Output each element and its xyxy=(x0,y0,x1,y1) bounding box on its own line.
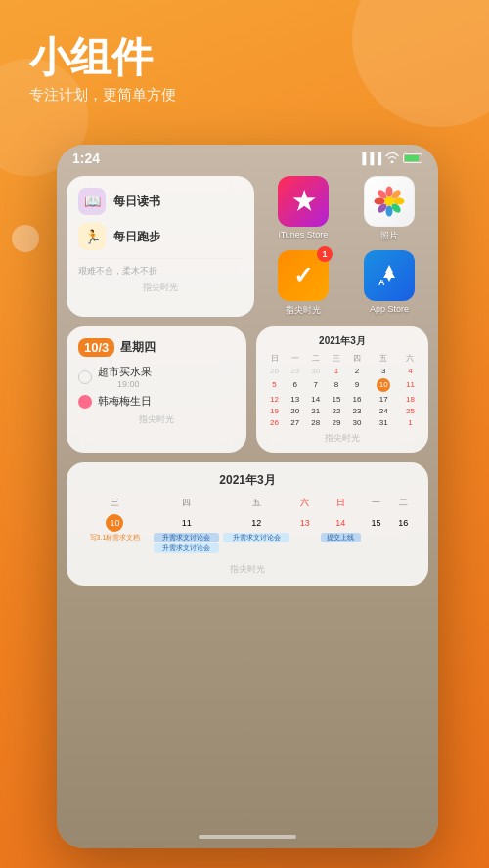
todo-header: 10/3 星期四 xyxy=(78,338,235,357)
cal-cell: 26 xyxy=(264,416,285,428)
wcal-cell-11: 11 升需求文讨论会 升需求文讨论会 xyxy=(152,511,222,557)
app-icon-wrap-itunes[interactable]: ★ iTunes Store xyxy=(264,176,342,242)
cal-cell: 15 xyxy=(326,393,346,405)
todo-dot-pink xyxy=(78,395,92,409)
cal-cell: 3 xyxy=(368,365,400,376)
cal-cell: 1 xyxy=(326,365,346,376)
cal-cell: 12 xyxy=(264,393,285,405)
svg-point-1 xyxy=(386,187,393,197)
habit-quote: 艰难不合，柔木不折 xyxy=(78,258,243,278)
wifi-icon xyxy=(385,152,399,165)
cal-cell: 26 xyxy=(264,365,285,376)
wcal-event-4: 升需求文讨论会 xyxy=(223,533,289,542)
battery-icon xyxy=(403,153,422,163)
cal-cell: 30 xyxy=(305,365,326,376)
wcal-th-tue: 二 xyxy=(389,495,417,511)
wcal-title: 2021年3月 xyxy=(78,472,417,489)
wcal-cell-14: 14 提交上线 xyxy=(319,511,363,557)
cal-mini-title: 2021年3月 xyxy=(264,334,421,348)
habit-item-read: 📖 每日读书 xyxy=(78,188,243,215)
app-icon-appstore[interactable]: A xyxy=(364,250,415,301)
svg-text:A: A xyxy=(378,278,385,287)
cal-cell: 8 xyxy=(326,376,346,393)
wcal-event-1: 写3.1标需求文档 xyxy=(80,533,150,542)
cal-cell: 11 xyxy=(400,376,421,393)
app-label-zhijian: 指尖时光 xyxy=(286,304,321,317)
svg-point-7 xyxy=(375,198,385,205)
wcal-cell-13: 13 xyxy=(291,511,319,557)
app-icon-photos[interactable] xyxy=(364,176,415,227)
habit-item-run: 🏃 每日跑步 xyxy=(78,223,243,250)
wcal-day-13: 13 xyxy=(296,514,314,532)
wcal-day-11: 11 xyxy=(178,514,196,532)
wcal-grid: 三 四 五 六 日 一 二 10 写3.1标需求文档 xyxy=(78,495,417,557)
svg-point-3 xyxy=(394,198,405,205)
app-icon-wrap-photos[interactable]: 照片 xyxy=(350,176,428,242)
wcal-day-15: 15 xyxy=(368,514,385,532)
widget-todo: 10/3 星期四 超市买水果 19:00 韩梅梅生日 指尖时光 xyxy=(67,326,246,453)
cal-header-wed: 三 xyxy=(326,352,346,365)
wcal-th-wed: 三 xyxy=(78,495,152,511)
header-subtitle: 专注计划，更简单方便 xyxy=(29,86,176,105)
cal-today-cell: 10 xyxy=(368,376,400,393)
cal-mini-footer: 指尖时光 xyxy=(264,432,421,445)
side-dot xyxy=(12,225,39,252)
widget-cal-mini: 2021年3月 日 一 二 三 四 五 六 26 29 30 xyxy=(256,326,428,453)
widget-habit: 📖 每日读书 🏃 每日跑步 艰难不合，柔木不折 指尖时光 xyxy=(67,176,254,317)
app-label-itunes: iTunes Store xyxy=(279,230,329,239)
cal-header-mon: 一 xyxy=(285,352,305,365)
todo-item-1: 超市买水果 19:00 xyxy=(78,365,235,389)
cal-cell: 17 xyxy=(368,393,400,405)
cal-header-sun: 日 xyxy=(264,352,285,365)
cal-cell: 21 xyxy=(305,405,326,416)
habit-widget-footer: 指尖时光 xyxy=(78,282,243,294)
wcal-th-sun: 日 xyxy=(319,495,363,511)
cal-cell: 30 xyxy=(347,416,368,428)
widget-cal-wide: 2021年3月 三 四 五 六 日 一 二 10 xyxy=(67,462,428,586)
app-icon-itunes[interactable]: ★ xyxy=(278,176,329,227)
zhijian-badge: 1 xyxy=(317,246,333,262)
wcal-footer: 指尖时光 xyxy=(78,563,417,576)
cal-mini-grid: 日 一 二 三 四 五 六 26 29 30 1 2 3 xyxy=(264,352,421,428)
cal-cell: 29 xyxy=(285,365,305,376)
cal-cell: 27 xyxy=(285,416,305,428)
wcal-cell-10: 10 写3.1标需求文档 xyxy=(78,511,152,557)
wcal-event-2: 升需求文讨论会 xyxy=(154,533,220,542)
header: 小组件 专注计划，更简单方便 xyxy=(29,35,176,105)
app-icon-zhijian[interactable]: ✓ 1 xyxy=(278,250,329,301)
cal-cell: 9 xyxy=(347,376,368,393)
app-icon-wrap-appstore[interactable]: A App Store xyxy=(350,250,428,317)
todo-item-2: 韩梅梅生日 xyxy=(78,394,235,409)
habit-label-run: 每日跑步 xyxy=(113,229,160,245)
row-2: 10/3 星期四 超市买水果 19:00 韩梅梅生日 指尖时光 xyxy=(67,326,428,453)
cal-cell: 31 xyxy=(368,416,400,428)
cal-header-fri: 五 xyxy=(368,352,400,365)
cal-today-num: 10 xyxy=(377,378,390,392)
header-title: 小组件 xyxy=(29,35,176,80)
wcal-event-3: 升需求文讨论会 xyxy=(154,543,220,553)
cal-cell: 5 xyxy=(264,376,285,393)
cal-header-tue: 二 xyxy=(305,352,326,365)
wcal-event-5: 提交上线 xyxy=(321,533,361,542)
todo-date: 10/3 xyxy=(78,338,114,357)
wcal-th-sat: 六 xyxy=(291,495,319,511)
wcal-th-fri: 五 xyxy=(221,495,291,511)
cal-cell: 1 xyxy=(400,416,421,428)
cal-cell: 20 xyxy=(285,405,305,416)
widget-apps: ★ iTunes Store xyxy=(264,176,428,317)
wcal-cell-12: 12 升需求文讨论会 xyxy=(221,511,291,557)
app-icon-wrap-zhijian[interactable]: ✓ 1 指尖时光 xyxy=(264,250,342,317)
row-3: 2021年3月 三 四 五 六 日 一 二 10 xyxy=(67,462,428,586)
status-bar: 1:24 ▐▐▐ xyxy=(57,145,438,172)
svg-point-5 xyxy=(386,206,393,217)
habit-icon-read: 📖 xyxy=(78,188,106,215)
cal-cell: 25 xyxy=(400,405,421,416)
row-1: 📖 每日读书 🏃 每日跑步 艰难不合，柔木不折 指尖时光 ★ iTunes St… xyxy=(67,176,428,317)
cal-header-thu: 四 xyxy=(347,352,368,365)
wcal-th-thu: 四 xyxy=(152,495,222,511)
widgets-area: 📖 每日读书 🏃 每日跑步 艰难不合，柔木不折 指尖时光 ★ iTunes St… xyxy=(67,176,428,595)
wcal-cell-15: 15 xyxy=(363,511,390,557)
wcal-day-10: 10 xyxy=(106,514,123,532)
status-icons: ▐▐▐ xyxy=(359,152,422,165)
cal-cell: 2 xyxy=(347,365,368,376)
